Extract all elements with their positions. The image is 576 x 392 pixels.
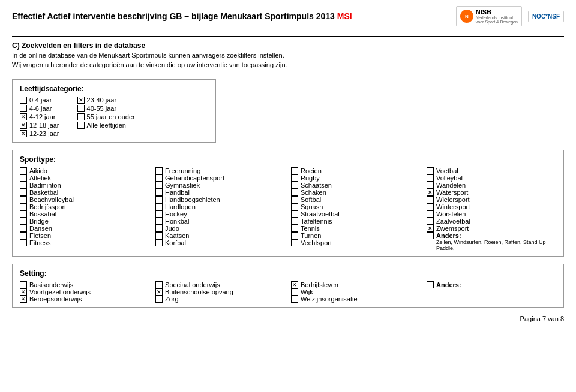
sporttype-col3: Roeien Rugby Schaatsen Schaken Softbal S… <box>291 167 421 251</box>
list-item: Gehandicaptensport <box>155 174 285 182</box>
page-title: Effectief Actief interventie beschrijvin… <box>12 11 352 21</box>
list-item: Tennis <box>291 225 421 232</box>
cb-dansen[interactable] <box>20 225 27 232</box>
cb-schaken[interactable] <box>291 189 298 196</box>
cb-fietsen[interactable] <box>20 232 27 239</box>
cb-fitness[interactable] <box>20 239 27 246</box>
checkbox-23-40[interactable] <box>77 97 85 104</box>
list-item: Voetbal <box>427 167 556 174</box>
cb-kaatsen[interactable] <box>155 232 163 239</box>
intro-text-1: In de online database van de Menukaart S… <box>12 52 564 59</box>
cb-squash[interactable] <box>291 203 298 210</box>
list-item: 55 jaar en ouder <box>77 113 135 120</box>
cb-straatvoetbal[interactable] <box>291 210 298 218</box>
cb-wijk[interactable] <box>291 288 298 295</box>
cb-zwemsport[interactable] <box>427 225 434 232</box>
list-item: Freerunning <box>155 167 285 174</box>
list-item: Voortgezet onderwijs <box>20 288 149 295</box>
sporttype-grid: Aikido Atletiek Badminton Basketbal Beac… <box>20 167 556 251</box>
cb-wielersport[interactable] <box>427 196 434 203</box>
list-item: Korfbal <box>155 239 285 246</box>
cb-honkbal[interactable] <box>155 218 163 225</box>
leeftijd-columns: 0-4 jaar 4-6 jaar 4-12 jaar 12-18 jaar 1… <box>20 97 208 137</box>
list-item: Beroepsonderwijs <box>20 295 149 303</box>
list-item: Hockey <box>155 210 285 218</box>
cb-voetbal[interactable] <box>427 167 434 174</box>
setting-col4: Anders: <box>427 281 556 303</box>
cb-basisonderwijs[interactable] <box>20 281 27 288</box>
cb-vechtsport[interactable] <box>291 239 298 246</box>
cb-hardlopen[interactable] <box>155 203 163 210</box>
cb-gehandicaptensport[interactable] <box>155 174 163 182</box>
cb-tennis[interactable] <box>291 225 298 232</box>
cb-badminton[interactable] <box>20 182 27 189</box>
setting-col1: Basisonderwijs Voortgezet onderwijs Bero… <box>20 281 149 303</box>
cb-korfbal[interactable] <box>155 239 163 246</box>
list-item: 0-4 jaar <box>20 97 59 104</box>
cb-handboogschieten[interactable] <box>155 196 163 203</box>
cb-bridge[interactable] <box>20 218 27 225</box>
list-item: Alle leeftijden <box>77 122 135 129</box>
list-item: Roeien <box>291 167 421 174</box>
cb-judo[interactable] <box>155 225 163 232</box>
nisb-icon: N <box>460 10 473 23</box>
checkbox-55-plus[interactable] <box>77 113 85 120</box>
cb-tafeltennis[interactable] <box>291 218 298 225</box>
cb-anders-setting[interactable] <box>427 281 434 288</box>
checkbox-12-18[interactable] <box>20 122 27 129</box>
checkbox-40-55[interactable] <box>77 105 85 112</box>
list-item: Basisonderwijs <box>20 281 149 288</box>
cb-speciaal[interactable] <box>155 281 163 288</box>
cb-wandelen[interactable] <box>427 182 434 189</box>
list-item: Tafeltennis <box>291 218 421 225</box>
checkbox-4-6[interactable] <box>20 105 27 112</box>
list-item: Bedrijfsleven <box>291 281 421 288</box>
list-item: Judo <box>155 225 285 232</box>
cb-roeien[interactable] <box>291 167 298 174</box>
cb-welzijn[interactable] <box>291 295 298 303</box>
checkbox-4-12[interactable] <box>20 113 27 120</box>
cb-rugby[interactable] <box>291 174 298 182</box>
cb-zorg[interactable] <box>155 295 163 303</box>
list-item: Zaalvoetbal <box>427 218 556 225</box>
intro-text-2: Wij vragen u hieronder de categorieën aa… <box>12 61 564 68</box>
list-item: Basketbal <box>20 189 149 196</box>
setting-box: Setting: Basisonderwijs Voortgezet onder… <box>12 264 564 308</box>
cb-softbal[interactable] <box>291 196 298 203</box>
checkbox-12-23[interactable] <box>20 130 27 137</box>
cb-beroeps[interactable] <box>20 295 27 303</box>
list-item: Beachvolleybal <box>20 196 149 203</box>
cb-bedrijfsleven[interactable] <box>291 281 298 288</box>
cb-hockey[interactable] <box>155 210 163 218</box>
leeftijd-box: Leeftijdscategorie: 0-4 jaar 4-6 jaar 4-… <box>12 79 216 143</box>
cb-bedrijfssport[interactable] <box>20 203 27 210</box>
cb-handbal[interactable] <box>155 189 163 196</box>
nisb-logo: N NISB Nederlands Instituutvoor Sport & … <box>456 6 522 26</box>
cb-zaalvoetbal[interactable] <box>427 218 434 225</box>
page-number: Pagina 7 van 8 <box>520 315 564 322</box>
cb-bossabal[interactable] <box>20 210 27 218</box>
cb-buitenschoolse[interactable] <box>155 288 163 295</box>
checkbox-0-4[interactable] <box>20 97 27 104</box>
cb-worstelen[interactable] <box>427 210 434 218</box>
cb-voortgezet[interactable] <box>20 288 27 295</box>
cb-anders-sport[interactable] <box>427 232 434 239</box>
cb-wintersport[interactable] <box>427 203 434 210</box>
list-item: Squash <box>291 203 421 210</box>
list-item: Vechtsport <box>291 239 421 246</box>
setting-title: Setting: <box>20 269 556 278</box>
cb-basketbal[interactable] <box>20 189 27 196</box>
cb-turnen[interactable] <box>291 232 298 239</box>
cb-atletiek[interactable] <box>20 174 27 182</box>
list-item: Welzijnsorganisatie <box>291 295 421 303</box>
cb-beachvolleybal[interactable] <box>20 196 27 203</box>
setting-col3: Bedrijfsleven Wijk Welzijnsorganisatie <box>291 281 421 303</box>
cb-freerunning[interactable] <box>155 167 163 174</box>
cb-volleybal[interactable] <box>427 174 434 182</box>
cb-gymnastiek[interactable] <box>155 182 163 189</box>
cb-schaatsen[interactable] <box>291 182 298 189</box>
list-item: Schaken <box>291 189 421 196</box>
checkbox-alle[interactable] <box>77 122 85 129</box>
cb-aikido[interactable] <box>20 167 27 174</box>
cb-watersport[interactable] <box>427 189 434 196</box>
